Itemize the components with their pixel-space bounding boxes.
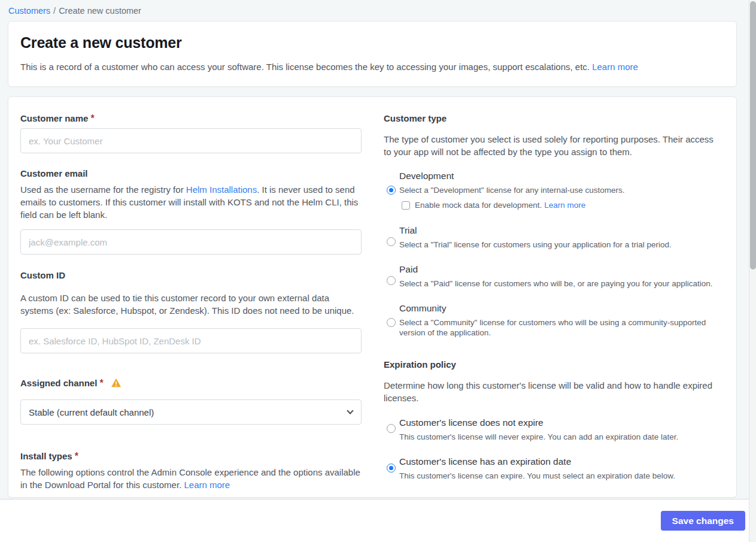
radio-license-has-expiration[interactable] (387, 464, 396, 473)
header-learn-more-link[interactable]: Learn more (592, 62, 638, 72)
customer-type-option-community: Community Select a "Community" license f… (384, 303, 716, 338)
customer-email-input[interactable] (20, 229, 362, 255)
option-description: Select a "Development" license for any i… (399, 185, 716, 195)
custom-id-description: A custom ID can be used to tie this cust… (20, 292, 362, 317)
helm-installations-link[interactable]: Helm Installations (186, 184, 257, 195)
breadcrumb-current: Create new customer (59, 6, 141, 16)
customer-type-description: The type of customer you select is used … (384, 133, 716, 158)
expiration-option-no-expire: Customer's license does not expire This … (384, 417, 716, 442)
customer-type-label: Customer type (384, 113, 447, 123)
form-right-column: Customer type The type of customer you s… (384, 113, 716, 481)
option-title: Development (399, 171, 716, 181)
assigned-channel-field: Assigned channel* Stable (current defaul… (20, 378, 362, 425)
install-types-learn-more-link[interactable]: Learn more (184, 480, 230, 490)
page-description: This is a record of a customer who can a… (20, 60, 724, 73)
option-title: Community (399, 303, 716, 314)
customer-email-field: Customer email Used as the username for … (20, 168, 362, 255)
breadcrumb-separator: / (53, 6, 56, 16)
scrollbar-thumb[interactable] (750, 1, 756, 270)
customer-email-description: Used as the username for the registry fo… (20, 183, 362, 221)
customer-name-input[interactable] (20, 128, 362, 153)
custom-id-label: Custom ID (20, 270, 65, 280)
assigned-channel-select[interactable]: Stable (current default channel) (20, 399, 362, 425)
customer-type-option-development: Development Select a "Development" licen… (384, 171, 716, 210)
scrollbar[interactable] (749, 0, 756, 542)
option-description: Select a "Community" license for custome… (399, 317, 716, 338)
expiration-policy-label: Expiration policy (384, 359, 456, 370)
radio-paid[interactable] (387, 276, 396, 285)
form-footer-bar: Save changes (0, 499, 756, 542)
radio-license-does-not-expire[interactable] (387, 424, 396, 433)
install-types-label: Install types (20, 451, 72, 461)
customer-form-card: Customer name* Customer email Used as th… (8, 96, 737, 498)
install-types-field: Install types* The following options con… (20, 451, 362, 491)
assigned-channel-label: Assigned channel (20, 378, 97, 388)
mock-data-learn-more-link[interactable]: Learn more (544, 201, 585, 210)
expiration-option-has-expiration: Customer's license has an expiration dat… (384, 456, 716, 481)
customer-email-label: Customer email (20, 168, 88, 178)
option-description: Select a "Paid" license for customers wh… (399, 278, 716, 289)
required-asterisk: * (75, 451, 78, 461)
expiration-policy-description: Determine how long this customer's licen… (384, 379, 716, 404)
option-title: Paid (399, 264, 716, 275)
customer-type-option-trial: Trial Select a "Trial" license for custo… (384, 225, 716, 250)
option-title: Customer's license has an expiration dat… (399, 456, 716, 467)
required-asterisk: * (99, 378, 103, 388)
page-header-card: Create a new customer This is a record o… (8, 21, 737, 87)
option-description: Select a "Trial" license for customers u… (399, 240, 716, 250)
option-title: Customer's license does not expire (399, 417, 716, 428)
save-changes-button[interactable]: Save changes (661, 511, 745, 531)
customer-name-field: Customer name* (20, 113, 362, 153)
install-types-description: The following options control the Admin … (20, 466, 362, 491)
required-asterisk: * (90, 113, 94, 123)
customer-name-label: Customer name (20, 113, 88, 123)
radio-development[interactable] (387, 186, 396, 195)
form-left-column: Customer name* Customer email Used as th… (20, 113, 362, 481)
option-description: This customer's license will never expir… (399, 432, 716, 442)
mock-data-label: Enable mock data for development. Learn … (415, 201, 585, 210)
mock-data-row: Enable mock data for development. Learn … (402, 201, 716, 210)
breadcrumb-customers-link[interactable]: Customers (8, 6, 50, 16)
page-title: Create a new customer (20, 34, 724, 52)
option-title: Trial (399, 225, 716, 236)
option-description: This customer's license can expire. You … (399, 471, 716, 481)
custom-id-field: Custom ID A custom ID can be used to tie… (20, 270, 362, 353)
radio-trial[interactable] (387, 237, 396, 246)
mock-data-checkbox[interactable] (402, 201, 410, 210)
customer-type-option-paid: Paid Select a "Paid" license for custome… (384, 264, 716, 289)
warning-icon (111, 378, 122, 390)
custom-id-input[interactable] (20, 328, 362, 353)
page: Customers/Create new customer Create a n… (0, 0, 749, 542)
breadcrumb: Customers/Create new customer (0, 0, 749, 16)
radio-community[interactable] (387, 318, 396, 327)
